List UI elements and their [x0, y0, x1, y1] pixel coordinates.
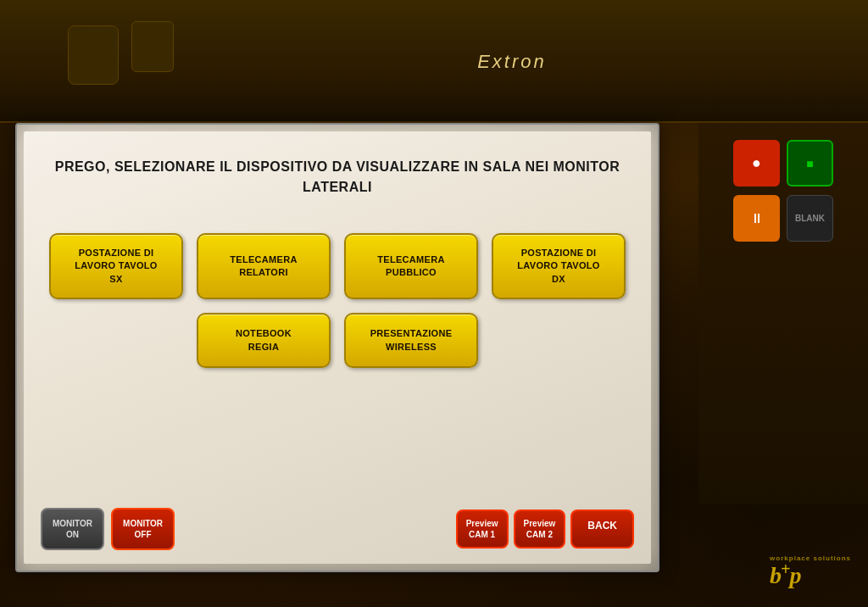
- back-button[interactable]: BACK: [570, 510, 634, 549]
- preview-cam1-line1: Preview: [466, 519, 498, 528]
- monitor-on-label: MONITORON: [53, 519, 92, 539]
- preview-cam1-button[interactable]: Preview CAM 1: [456, 510, 509, 549]
- cam-back-buttons: Preview CAM 1 Preview CAM 2 BACK: [456, 510, 634, 549]
- preview-cam2-button[interactable]: Preview CAM 2: [514, 510, 566, 549]
- right-red-button-1[interactable]: ●: [733, 140, 780, 187]
- right-buttons-row-1: ● ■: [733, 140, 833, 187]
- btn-empty-1: [49, 313, 183, 368]
- btn-telecamera-pubblico[interactable]: TELECAMERAPUBBLICO: [344, 233, 478, 299]
- btn-presentazione-wireless[interactable]: PRESENTAZIONEWIRELESS: [344, 313, 478, 368]
- preview-cam2-line1: Preview: [524, 519, 556, 528]
- monitor-on-button[interactable]: MONITORON: [41, 508, 104, 550]
- btn-notebook-regia[interactable]: NOTEBOOKREGIA: [197, 313, 331, 368]
- connector-1: [68, 25, 119, 85]
- monitor-off-label: MONITOROFF: [123, 519, 163, 539]
- right-orange-button[interactable]: ⏸: [733, 195, 780, 242]
- btn-postazione-dx[interactable]: POSTAZIONE DILAVORO TAVOLODX: [492, 233, 626, 299]
- monitor-off-button[interactable]: MONITOROFF: [111, 508, 175, 550]
- right-green-button[interactable]: ■: [787, 140, 833, 187]
- device-buttons-grid: POSTAZIONE DILAVORO TAVOLOSX TELECAMERAR…: [41, 233, 634, 368]
- btn-empty-2: [492, 313, 626, 368]
- top-equipment-bar: Extron: [0, 0, 868, 123]
- bgp-logo: workplace solutions b+p: [770, 554, 851, 590]
- connector-2: [131, 21, 174, 72]
- bgp-text: b+p: [770, 562, 800, 588]
- panel-title: PREGO, SELEZIONARE IL DISPOSITIVO DA VIS…: [49, 157, 626, 198]
- main-touchscreen-panel: PREGO, SELEZIONARE IL DISPOSITIVO DA VIS…: [15, 123, 659, 572]
- btn-telecamera-relatori[interactable]: TELECAMERARELATORI: [197, 233, 331, 299]
- btn-postazione-sx[interactable]: POSTAZIONE DILAVORO TAVOLOSX: [49, 233, 183, 299]
- bottom-action-bar: MONITORON MONITOROFF Preview CAM 1 Previ…: [41, 508, 634, 550]
- preview-cam1-line2: CAM 1: [469, 530, 495, 539]
- right-dark-button[interactable]: BLANK: [787, 195, 833, 242]
- right-buttons-row-2: ⏸ BLANK: [733, 195, 833, 242]
- preview-cam2-line2: CAM 2: [526, 530, 553, 539]
- panel-inner: PREGO, SELEZIONARE IL DISPOSITIVO DA VIS…: [24, 131, 651, 564]
- monitor-buttons: MONITORON MONITOROFF: [41, 508, 175, 550]
- extron-label: Extron: [477, 51, 547, 73]
- right-control-panel: ● ■ ⏸ BLANK: [698, 123, 868, 504]
